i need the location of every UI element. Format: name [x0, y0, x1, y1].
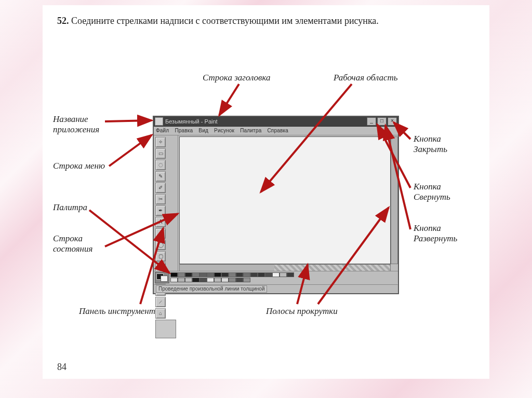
- label-appname: Название приложения: [53, 114, 99, 135]
- tool-button[interactable]: ⌂: [155, 308, 166, 319]
- label-tools: Панель инструментов: [79, 306, 164, 317]
- palette-swatch[interactable]: [178, 272, 185, 277]
- question-body: Соедините стрелками надписи с соответств…: [71, 16, 379, 26]
- svg-line-2: [105, 120, 152, 121]
- status-text: Проведение произвольной линии толщиной: [156, 285, 267, 293]
- label-maximize: Кнопка Развернуть: [414, 223, 457, 244]
- palette-swatch[interactable]: [280, 272, 287, 277]
- paint-window: Безымянный - Paint _ □ × Файл Правка Вид…: [153, 116, 399, 294]
- canvas-area: [178, 135, 398, 271]
- menu-item[interactable]: Вид: [198, 128, 208, 133]
- status-bar: Проведение произвольной линии толщиной: [154, 284, 398, 293]
- label-scrollbars: Полосы прокрутки: [266, 306, 338, 317]
- palette-swatch[interactable]: [192, 278, 200, 282]
- palette-swatch[interactable]: [229, 272, 236, 277]
- palette-row: [154, 271, 398, 284]
- label-close: Кнопка Закрыть: [414, 134, 447, 155]
- palette-swatch[interactable]: [258, 272, 265, 277]
- palette-swatch[interactable]: [207, 278, 214, 282]
- label-palette: Палитра: [53, 202, 87, 213]
- palette-swatch[interactable]: [229, 278, 236, 282]
- tool-button[interactable]: ✒: [155, 205, 166, 216]
- palette-swatch[interactable]: [221, 272, 229, 277]
- palette-swatch[interactable]: [265, 272, 272, 277]
- question-text: 52. Соедините стрелками надписи с соотве…: [57, 15, 473, 27]
- tool-button[interactable]: A: [155, 217, 166, 227]
- close-button[interactable]: ×: [388, 117, 397, 126]
- page-number: 84: [57, 362, 66, 373]
- maximize-button[interactable]: □: [377, 117, 387, 126]
- vertical-scrollbar[interactable]: [391, 136, 398, 264]
- toolbox: ✧▭◌✎✐✂✒A／◯▢⬠◇⬭⟋⌂: [154, 135, 178, 271]
- minimize-button[interactable]: _: [367, 117, 376, 126]
- palette-swatch[interactable]: [214, 272, 221, 277]
- menu-item[interactable]: Рисунок: [214, 128, 234, 133]
- palette-swatch[interactable]: [236, 278, 243, 282]
- palette-swatch[interactable]: [178, 278, 185, 282]
- svg-line-3: [109, 135, 152, 166]
- palette-swatch[interactable]: [243, 278, 250, 282]
- palette-swatch[interactable]: [200, 272, 207, 277]
- tool-button[interactable]: ▭: [155, 148, 166, 159]
- titlebar[interactable]: Безымянный - Paint _ □ ×: [154, 117, 398, 127]
- label-workarea: Рабочая область: [334, 73, 397, 83]
- palette-swatch[interactable]: [170, 278, 178, 282]
- tool-button[interactable]: ◯: [155, 240, 166, 250]
- tool-button[interactable]: ✂: [155, 194, 166, 204]
- palette-swatch[interactable]: [221, 278, 229, 282]
- label-status: Строка состояния: [53, 234, 92, 255]
- menu-bar[interactable]: Файл Правка Вид Рисунок Палитра Справка: [154, 127, 398, 135]
- palette-selected[interactable]: [155, 272, 169, 283]
- window-controls: _ □ ×: [366, 117, 397, 126]
- palette-swatch[interactable]: [170, 272, 178, 277]
- tool-options: [155, 320, 176, 338]
- label-titlebar: Строка заголовка: [203, 73, 271, 83]
- menu-item[interactable]: Правка: [175, 128, 193, 133]
- menu-item[interactable]: Файл: [156, 128, 169, 133]
- question-number: 52.: [57, 16, 69, 26]
- tool-button[interactable]: ✐: [155, 183, 166, 193]
- menu-item[interactable]: Палитра: [240, 128, 261, 133]
- tool-button[interactable]: ⟋: [155, 297, 166, 307]
- palette-swatch[interactable]: [287, 272, 294, 277]
- palette-swatch[interactable]: [185, 278, 192, 282]
- palette-swatch[interactable]: [207, 272, 214, 277]
- label-minimize: Кнопка Свернуть: [414, 182, 450, 203]
- horizontal-scrollbar[interactable]: [179, 264, 391, 271]
- palette-swatch[interactable]: [192, 272, 200, 277]
- tool-button[interactable]: ✧: [155, 137, 166, 147]
- palette-swatch[interactable]: [243, 272, 250, 277]
- menu-item[interactable]: Справка: [267, 128, 288, 133]
- svg-line-0: [219, 84, 239, 115]
- app-icon: [155, 117, 163, 126]
- palette-swatch[interactable]: [272, 272, 280, 277]
- tool-button[interactable]: ▢: [155, 251, 166, 262]
- palette-swatch[interactable]: [200, 278, 207, 282]
- drawing-canvas[interactable]: [179, 136, 391, 264]
- window-body: ✧▭◌✎✐✂✒A／◯▢⬠◇⬭⟋⌂: [154, 135, 398, 271]
- tool-button[interactable]: ✎: [155, 171, 166, 182]
- palette-swatch[interactable]: [185, 272, 192, 277]
- palette-swatch[interactable]: [236, 272, 243, 277]
- tool-button[interactable]: ◌: [155, 160, 166, 170]
- palette-swatches: [170, 272, 295, 283]
- page: 52. Соедините стрелками надписи с соотве…: [43, 5, 489, 379]
- window-title: Безымянный - Paint: [165, 117, 218, 126]
- palette-swatch[interactable]: [214, 278, 221, 282]
- palette-swatch[interactable]: [250, 272, 258, 277]
- tool-button[interactable]: ／: [155, 228, 166, 239]
- label-menuline: Строка меню: [53, 161, 105, 171]
